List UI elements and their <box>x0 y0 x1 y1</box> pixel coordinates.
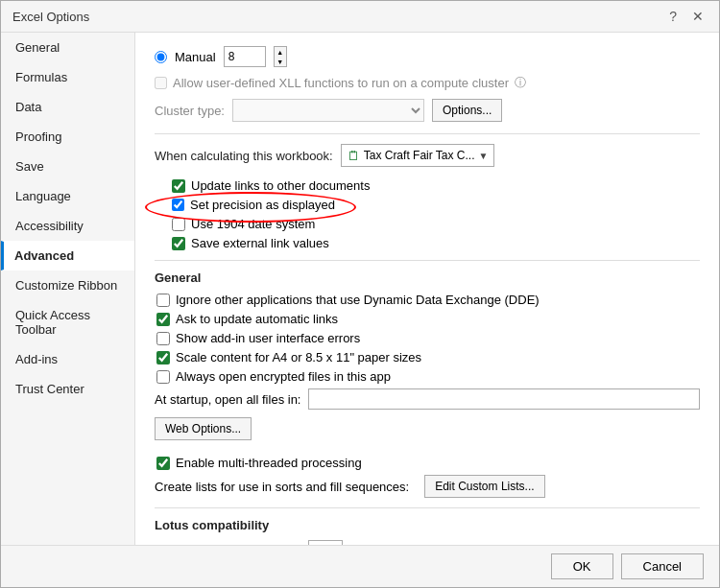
use-1904-label: Use 1904 date system <box>191 217 315 231</box>
ask-update-links-row: Ask to update automatic links <box>155 312 700 326</box>
sidebar-item-advanced[interactable]: Advanced <box>1 241 134 270</box>
ignore-dde-row: Ignore other applications that use Dynam… <box>155 293 700 307</box>
sidebar-item-accessibility[interactable]: Accessibility <box>1 211 134 241</box>
sidebar-item-customize-ribbon[interactable]: Customize Ribbon <box>1 270 134 300</box>
workbook-file-icon: 🗒 <box>348 149 360 163</box>
sidebar-item-data[interactable]: Data <box>1 92 134 122</box>
startup-label: At startup, open all files in: <box>155 392 300 407</box>
manual-row: Manual ▲ ▼ <box>155 46 700 67</box>
use-1904-row: Use 1904 date system <box>155 217 700 231</box>
dialog-title: Excel Options <box>12 10 89 24</box>
xll-checkbox <box>155 77 167 89</box>
set-precision-label: Set precision as displayed <box>190 198 335 212</box>
enable-multithreaded-checkbox[interactable] <box>156 457 170 470</box>
help-button[interactable]: ? <box>665 9 681 24</box>
ms-key-row: Microsoft Excel menu key: <box>155 540 700 545</box>
ignore-dde-label: Ignore other applications that use Dynam… <box>176 293 540 307</box>
create-lists-row: Create lists for use in sorts and fill s… <box>155 475 700 498</box>
cancel-button[interactable]: Cancel <box>621 553 704 579</box>
sidebar: General Formulas Data Proofing Save Lang… <box>1 33 135 545</box>
workbook-dropdown[interactable]: 🗒 Tax Craft Fair Tax C... ▼ <box>341 144 495 167</box>
lotus-section-header: Lotus compatibility <box>155 518 700 532</box>
always-open-encrypted-label: Always open encrypted files in this app <box>176 369 391 384</box>
sidebar-item-general[interactable]: General <box>1 33 134 62</box>
cluster-type-dropdown[interactable] <box>232 99 424 122</box>
sidebar-item-language[interactable]: Language <box>1 181 134 211</box>
divider-3 <box>155 507 700 508</box>
edit-custom-lists-button[interactable]: Edit Custom Lists... <box>424 475 544 498</box>
ask-update-links-checkbox[interactable] <box>156 313 170 326</box>
scale-content-checkbox[interactable] <box>156 351 170 365</box>
show-addon-errors-checkbox[interactable] <box>156 332 170 345</box>
update-links-checkbox[interactable] <box>172 179 185 193</box>
excel-options-dialog: Excel Options ? ✕ General Formulas Data … <box>0 0 720 588</box>
spin-down-button[interactable]: ▼ <box>275 57 286 66</box>
manual-number-input[interactable] <box>224 46 266 67</box>
xll-row: Allow user-defined XLL functions to run … <box>155 75 700 91</box>
scale-content-label: Scale content for A4 or 8.5 x 11" paper … <box>176 350 421 365</box>
save-external-row: Save external link values <box>155 236 700 250</box>
title-bar-controls: ? ✕ <box>665 9 708 24</box>
ms-key-label: Microsoft Excel menu key: <box>155 544 300 546</box>
spin-control[interactable]: ▲ ▼ <box>274 46 287 67</box>
enable-multithreaded-row: Enable multi-threaded processing <box>155 456 700 470</box>
show-addon-errors-label: Show add-in user interface errors <box>176 331 360 345</box>
sidebar-item-formulas[interactable]: Formulas <box>1 62 134 92</box>
cluster-type-row: Cluster type: Options... <box>155 99 700 122</box>
workbook-name: Tax Craft Fair Tax C... <box>364 149 475 162</box>
content-area: Manual ▲ ▼ Allow user-defined XLL functi… <box>135 33 719 545</box>
sidebar-item-trust-center[interactable]: Trust Center <box>1 374 134 404</box>
cluster-type-label: Cluster type: <box>155 104 225 118</box>
show-addon-errors-row: Show add-in user interface errors <box>155 331 700 345</box>
update-links-row: Update links to other documents <box>155 178 700 193</box>
sidebar-item-add-ins[interactable]: Add-ins <box>1 344 134 374</box>
save-external-checkbox[interactable] <box>172 237 185 250</box>
ask-update-links-label: Ask to update automatic links <box>176 312 338 326</box>
sidebar-item-quick-access-toolbar[interactable]: Quick Access Toolbar <box>1 300 134 344</box>
general-section-header: General <box>155 270 700 285</box>
create-lists-label: Create lists for use in sorts and fill s… <box>155 480 409 494</box>
use-1904-checkbox[interactable] <box>172 218 185 231</box>
title-bar: Excel Options ? ✕ <box>1 1 719 33</box>
ok-button[interactable]: OK <box>551 553 613 579</box>
scale-content-row: Scale content for A4 or 8.5 x 11" paper … <box>155 350 700 365</box>
enable-multithreaded-label: Enable multi-threaded processing <box>176 456 362 470</box>
sidebar-item-save[interactable]: Save <box>1 152 134 181</box>
startup-row: At startup, open all files in: <box>155 388 700 410</box>
divider-2 <box>155 260 700 261</box>
manual-radio[interactable] <box>155 51 167 63</box>
web-options-button[interactable]: Web Options... <box>155 417 252 440</box>
cluster-options-button[interactable]: Options... <box>432 99 502 122</box>
startup-input[interactable] <box>308 388 700 410</box>
dialog-body: General Formulas Data Proofing Save Lang… <box>1 33 719 545</box>
xll-help-icon: ⓘ <box>515 75 526 91</box>
always-open-encrypted-row: Always open encrypted files in this app <box>155 369 700 384</box>
divider-1 <box>155 133 700 134</box>
dialog-footer: OK Cancel <box>1 545 719 587</box>
sidebar-item-proofing[interactable]: Proofing <box>1 122 134 152</box>
workbook-dropdown-arrow: ▼ <box>479 151 489 161</box>
workbook-section-label: When calculating this workbook: <box>155 149 333 163</box>
always-open-encrypted-checkbox[interactable] <box>156 370 170 384</box>
ignore-dde-checkbox[interactable] <box>156 294 170 307</box>
spin-up-button[interactable]: ▲ <box>275 47 286 57</box>
set-precision-row: Set precision as displayed <box>155 198 700 212</box>
ms-key-input[interactable] <box>308 540 343 545</box>
close-button[interactable]: ✕ <box>688 9 708 24</box>
save-external-label: Save external link values <box>191 236 329 250</box>
workbook-row: When calculating this workbook: 🗒 Tax Cr… <box>155 144 700 167</box>
update-links-label: Update links to other documents <box>191 178 370 193</box>
xll-label: Allow user-defined XLL functions to run … <box>173 76 509 90</box>
manual-radio-label: Manual <box>175 50 216 64</box>
set-precision-checkbox[interactable] <box>172 199 184 211</box>
